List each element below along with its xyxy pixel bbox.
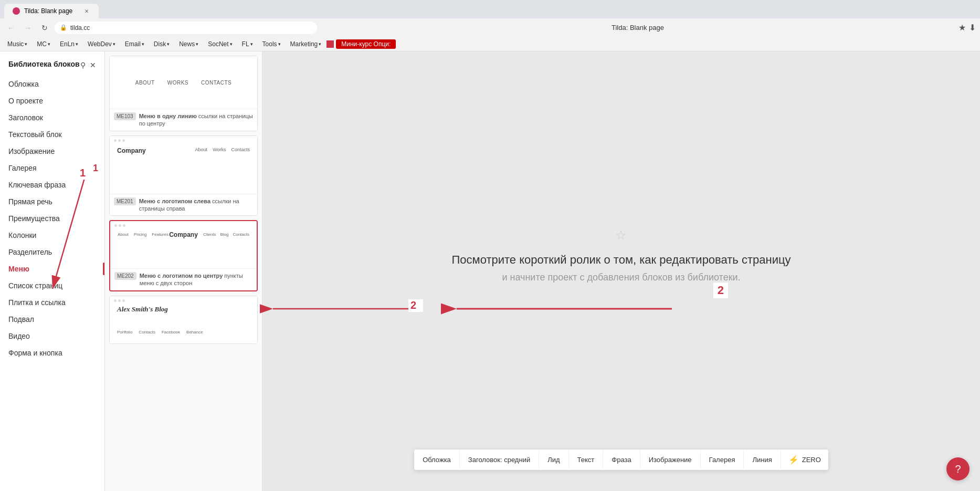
menu-mc[interactable]: MC ▾ (33, 39, 55, 49)
annotation-number-2: 2 (713, 283, 728, 298)
block-label-me103: ME103 Меню в одну линию ссылки на страни… (110, 109, 257, 131)
sidebar-item-pryamaya-rech[interactable]: Прямая речь (0, 193, 104, 210)
browser-toolbar: ← → ↻ 🔒 tilda.cc Tilda: Blank page ★ ⬇ (0, 18, 980, 37)
me201-logo: Company (117, 147, 146, 154)
chevron-down-icon: ▾ (25, 41, 27, 47)
tab-bar: Tilda: Blank page ✕ (0, 0, 980, 18)
toolbar-lid[interactable]: Лид (539, 451, 568, 469)
bookmark-button[interactable]: ★ (958, 23, 966, 33)
address-bar[interactable]: 🔒 tilda.cc (55, 22, 317, 34)
me103-nav-preview: ABOUT WORKS CONTACTS (135, 61, 232, 103)
download-button[interactable]: ⬇ (969, 23, 976, 33)
menu-tools[interactable]: Tools ▾ (258, 39, 285, 49)
menu-enln[interactable]: EnLn ▾ (56, 39, 82, 49)
chevron-down-icon: ▾ (196, 41, 198, 47)
sidebar-item-preimushchestva[interactable]: Преимущества (0, 210, 104, 227)
refresh-button[interactable]: ↻ (38, 21, 51, 35)
search-icon[interactable]: ⚲ (80, 61, 86, 69)
block-desc-me202: Меню с логотипом по центру пункты меню с… (140, 272, 252, 287)
main-layout: Библиотека блоков ⚲ ✕ Обложка О проекте … (0, 51, 980, 491)
zero-label: ZERO (802, 456, 821, 464)
browser-chrome: Tilda: Blank page ✕ ← → ↻ 🔒 tilda.cc Til… (0, 0, 980, 37)
menu-marketing[interactable]: Marketing ▾ (286, 39, 326, 49)
block-me202[interactable]: About Pricing Features Company Clients B… (109, 220, 258, 291)
lock-icon: 🔒 (60, 24, 67, 31)
star-icon: ☆ (451, 228, 791, 243)
sidebar-item-galereya[interactable]: Галерея 1 (0, 160, 104, 176)
block-preview-me103-image: ABOUT WORKS CONTACTS (110, 56, 257, 109)
block-desc-me103: Меню в одну линию ссылки на страницы по … (139, 112, 253, 128)
bottom-toolbar: Обложка Заголовок: средний Лид Текст Фра… (414, 450, 828, 470)
toolbar-izobrazhenie[interactable]: Изображение (640, 451, 701, 469)
sidebar-item-forma[interactable]: Форма и кнопка (0, 344, 104, 361)
sidebar-item-oblozhka[interactable]: Обложка (0, 76, 104, 92)
tab-favicon (13, 7, 20, 15)
menu-webdev[interactable]: WebDev ▾ (83, 39, 120, 49)
url-text: tilda.cc (70, 24, 90, 32)
chevron-down-icon: ▾ (319, 41, 321, 47)
sidebar-item-plitka[interactable]: Плитка и ссылка (0, 294, 104, 311)
block-code-me201: ME201 (114, 197, 136, 205)
sidebar-item-podval[interactable]: Подвал (0, 311, 104, 328)
mini-kurs-button[interactable]: Мини-курс Опци: (336, 39, 396, 49)
menu-news[interactable]: News ▾ (175, 39, 203, 49)
block-label-me201: ME201 Меню с логотипом слева ссылки на с… (110, 194, 257, 216)
sidebar: Библиотека блоков ⚲ ✕ Обложка О проекте … (0, 51, 105, 491)
browser-tab[interactable]: Tilda: Blank page ✕ (4, 4, 99, 18)
three-dots-me201 (114, 139, 125, 142)
toolbar-text[interactable]: Текст (569, 451, 604, 469)
sidebar-item-o-proekte[interactable]: О проекте (0, 92, 104, 109)
toolbar-oblozhka[interactable]: Обложка (414, 451, 460, 469)
main-content: ☆ Посмотрите короткий ролик о том, как р… (262, 51, 980, 491)
toolbar-galereya[interactable]: Галерея (701, 451, 744, 469)
sidebar-item-spisok-stranits[interactable]: Список страниц (0, 277, 104, 294)
lightning-icon: ⚡ (788, 455, 799, 465)
close-icon[interactable]: ✕ (90, 61, 96, 69)
block-me203[interactable]: Alex Smith's Blog Portfolio Contacts Fac… (109, 296, 258, 344)
back-button[interactable]: ← (4, 21, 18, 35)
sidebar-item-klyuchevaya-fraza[interactable]: Ключевая фраза (0, 176, 104, 193)
block-preview-me201-image: Company About Works Contacts (110, 136, 257, 194)
sidebar-item-menu[interactable]: Меню (0, 260, 104, 277)
chevron-down-icon: ▾ (48, 41, 50, 47)
fab-button[interactable]: ? (946, 457, 970, 480)
block-code-me202: ME202 (114, 272, 136, 280)
gallery-badge: 1 (93, 163, 98, 174)
me202-left-links: About Pricing Features (118, 232, 168, 237)
menu-disk[interactable]: Disk ▾ (150, 39, 174, 49)
chevron-down-icon: ▾ (76, 41, 78, 47)
tilda-favicon (326, 40, 334, 48)
me201-links: About Works Contacts (195, 147, 250, 152)
toolbar-zero-button[interactable]: ⚡ ZERO (781, 450, 828, 470)
sidebar-item-kolonki[interactable]: Колонки (0, 227, 104, 244)
me203-blog-title: Alex Smith's Blog (117, 305, 168, 314)
block-me201[interactable]: Company About Works Contacts ME201 Меню … (109, 135, 258, 216)
active-indicator (103, 263, 104, 275)
main-instruction-text-2: и начните проект с добавления блоков из … (451, 272, 791, 283)
toolbar-fraza[interactable]: Фраза (603, 451, 640, 469)
block-me103[interactable]: ABOUT WORKS CONTACTS ME103 Меню в одну л… (109, 56, 258, 131)
tab-close-button[interactable]: ✕ (83, 7, 90, 15)
menu-music[interactable]: Music ▾ (3, 39, 31, 49)
tab-title: Tilda: Blank page (24, 7, 79, 15)
sidebar-item-izobrazhenie[interactable]: Изображение (0, 143, 104, 160)
menu-bar: Music ▾ MC ▾ EnLn ▾ WebDev ▾ Email ▾ Dis… (0, 37, 980, 51)
forward-button[interactable]: → (21, 21, 35, 35)
chevron-down-icon: ▾ (250, 41, 253, 47)
toolbar-zagolovok[interactable]: Заголовок: средний (460, 451, 539, 469)
sidebar-item-textovyi-blok[interactable]: Текстовый блок (0, 126, 104, 143)
sidebar-item-video[interactable]: Видео (0, 328, 104, 344)
me202-nav-preview: About Pricing Features Company Clients B… (110, 224, 257, 266)
block-code-me103: ME103 (114, 112, 136, 120)
sidebar-item-zagolovok[interactable]: Заголовок (0, 109, 104, 126)
menu-email[interactable]: Email ▾ (121, 39, 149, 49)
toolbar-liniya[interactable]: Линия (744, 451, 781, 469)
me203-blog-links: Portfolio Contacts Facebook Behance (117, 330, 203, 335)
sidebar-item-razdelitel[interactable]: Разделитель (0, 244, 104, 260)
block-desc-me201: Меню с логотипом слева ссылки на страниц… (139, 197, 253, 213)
menu-fl[interactable]: FL ▾ (238, 39, 257, 49)
sidebar-title: Библиотека блоков (8, 60, 80, 69)
browser-actions: ★ ⬇ (958, 23, 976, 33)
block-preview-me202-image: About Pricing Features Company Clients B… (110, 221, 257, 268)
menu-socnet[interactable]: SocNet ▾ (204, 39, 236, 49)
